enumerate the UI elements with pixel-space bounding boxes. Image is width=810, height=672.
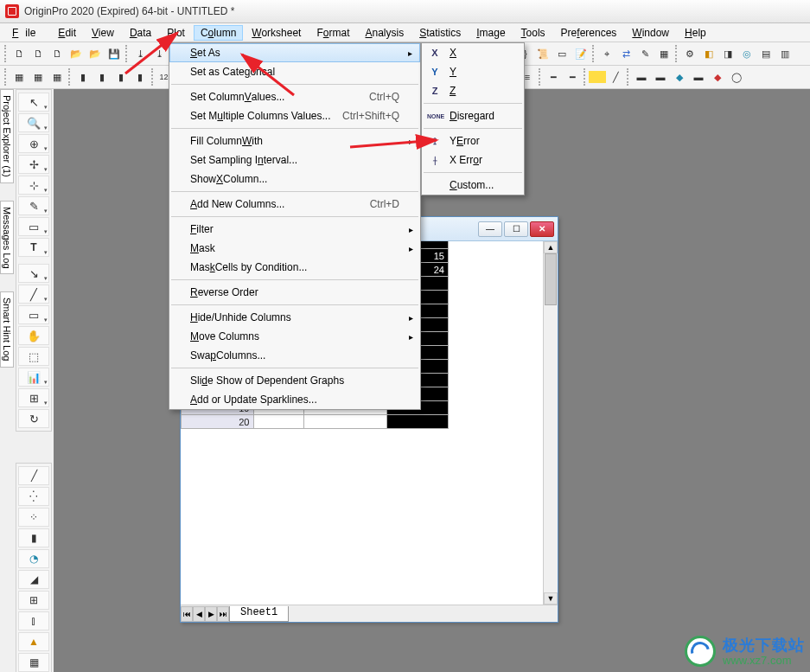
menu-hide[interactable]: Hide/Unhide Columns▸: [169, 308, 420, 327]
setas-custom[interactable]: Custom...: [422, 176, 524, 195]
menu-mask-cond[interactable]: Mask Cells by Condition...: [169, 258, 420, 277]
tb2-col4-icon[interactable]: ▮: [131, 67, 150, 86]
tb-palette2-icon[interactable]: ▥: [775, 44, 794, 63]
tb-notes-icon[interactable]: 📝: [571, 44, 590, 63]
menu-reverse[interactable]: Reverse Order: [169, 283, 420, 302]
menu-statistics[interactable]: Statistics: [412, 25, 468, 41]
tb2-sym1-icon[interactable]: ▬: [632, 67, 651, 86]
tb2-matrix-icon[interactable]: ▦: [29, 67, 48, 86]
tool-reader-icon[interactable]: ⊕▾: [18, 134, 49, 153]
tool2-linescat-icon[interactable]: ⁘: [18, 508, 49, 527]
tab-project-explorer[interactable]: Project Explorer (1): [0, 89, 14, 183]
menu-sparklines[interactable]: Add or Update Sparklines...: [169, 390, 420, 409]
tool-selector-icon[interactable]: ⊹▾: [18, 176, 49, 195]
tool2-line-icon[interactable]: ╱: [18, 466, 49, 485]
scroll-up-icon[interactable]: ▲: [544, 241, 558, 253]
tb2-sym3-icon[interactable]: ◆: [670, 67, 689, 86]
setas-x[interactable]: XX: [422, 43, 524, 62]
tb2-sym6-icon[interactable]: ◯: [727, 67, 746, 86]
tb2-width-icon[interactable]: ━: [563, 67, 582, 86]
setas-yerror[interactable]: ⟟Y Error: [422, 131, 524, 150]
menu-set-values[interactable]: Set Column Values...Ctrl+Q: [169, 87, 420, 106]
win-close-button[interactable]: ✕: [530, 221, 554, 237]
tool-rotate-icon[interactable]: ↻: [18, 409, 49, 428]
tb2-fill-icon[interactable]: [589, 71, 606, 83]
tool-mask-icon[interactable]: ▭▾: [18, 217, 49, 236]
setas-xerror[interactable]: ⟊X Error: [422, 150, 524, 170]
tool2-pie-icon[interactable]: ◔: [18, 549, 49, 568]
menu-filter[interactable]: Filter▸: [169, 220, 420, 239]
scroll-down-icon[interactable]: ▼: [544, 592, 558, 605]
tool2-tmpl-icon[interactable]: ▦: [18, 653, 49, 672]
tool2-box-icon[interactable]: ⊞: [18, 591, 49, 610]
tb2-sym5-icon[interactable]: ◆: [708, 67, 727, 86]
tb-cmd-icon[interactable]: ▭: [552, 44, 571, 63]
scroll-thumb[interactable]: [545, 253, 557, 305]
setas-z[interactable]: ZZ: [422, 81, 524, 100]
tb-transfer-icon[interactable]: ⇄: [616, 44, 635, 63]
menu-analysis[interactable]: Analysis: [358, 25, 411, 41]
tool-draw-icon[interactable]: ✎▾: [18, 196, 49, 215]
vertical-scrollbar[interactable]: ▲ ▼: [543, 241, 558, 605]
menu-mask[interactable]: Mask▸: [169, 239, 420, 258]
sheet-tab[interactable]: Sheet1: [229, 606, 289, 622]
menu-data[interactable]: Data: [123, 25, 158, 41]
tab-messages-log[interactable]: Messages Log: [0, 201, 14, 275]
tb-palette-icon[interactable]: ▤: [756, 44, 775, 63]
tb2-graph-icon[interactable]: ▦: [48, 67, 67, 86]
menu-format[interactable]: Format: [309, 25, 356, 41]
tool-zoom-icon[interactable]: 🔍▾: [18, 113, 49, 132]
tb2-wks-icon[interactable]: ▦: [10, 67, 29, 86]
tab-nav-prev-icon[interactable]: ◀: [193, 606, 205, 622]
tb-open-template-icon[interactable]: 📂: [86, 44, 105, 63]
tb-import-icon[interactable]: ⤓: [131, 44, 150, 63]
tool-text-icon[interactable]: T▾: [18, 238, 49, 257]
menu-swap[interactable]: Swap Columns...: [169, 346, 420, 365]
tb-new-project-icon[interactable]: 🗋: [10, 44, 29, 63]
tb-open-icon[interactable]: 📂: [67, 44, 86, 63]
menu-help[interactable]: Help: [678, 25, 713, 41]
menu-addcols[interactable]: Add New Columns...Ctrl+D: [169, 195, 420, 214]
menu-set-categorical[interactable]: Set as Categorical: [169, 62, 420, 81]
tool-pan-icon[interactable]: ✋: [18, 326, 49, 345]
tb-manage-icon[interactable]: ⚙: [680, 44, 699, 63]
tab-nav-first-icon[interactable]: ⏮: [181, 606, 193, 622]
menu-slideshow[interactable]: Slide Show of Dependent Graphs: [169, 371, 420, 390]
menu-column[interactable]: Column: [194, 25, 243, 41]
tb-new-matrix-icon[interactable]: 🗋: [48, 44, 67, 63]
tb2-sym4-icon[interactable]: ▬: [689, 67, 708, 86]
tool2-column-icon[interactable]: ▮: [18, 528, 49, 547]
tb2-col3-icon[interactable]: ▮: [112, 67, 131, 86]
setas-y[interactable]: YY: [422, 62, 524, 81]
tb-script-icon[interactable]: 📜: [533, 44, 552, 63]
tb-new-workbook-icon[interactable]: 🗋: [29, 44, 48, 63]
tab-nav-last-icon[interactable]: ⏭: [217, 606, 229, 622]
tool-insert-icon[interactable]: 📊▾: [18, 368, 49, 387]
tb-theme-icon[interactable]: ◨: [718, 44, 737, 63]
tool-rescale-icon[interactable]: ⊞▾: [18, 388, 49, 407]
menu-fill[interactable]: Fill Column With▸: [169, 131, 420, 150]
tb-colors-icon[interactable]: ◧: [699, 44, 718, 63]
setas-disregard[interactable]: NONEDisregard: [422, 106, 524, 125]
menu-tools[interactable]: Tools: [514, 25, 552, 41]
tb2-sym2-icon[interactable]: ▬: [651, 67, 670, 86]
tb-digitize-icon[interactable]: ⌖: [597, 44, 616, 63]
tool-rect-icon[interactable]: ▭▾: [18, 305, 49, 324]
menu-view[interactable]: View: [85, 25, 121, 41]
tool2-stats-icon[interactable]: ⫿: [18, 611, 49, 630]
tool-roi-icon[interactable]: ⬚: [18, 347, 49, 366]
menu-worksheet[interactable]: Worksheet: [245, 25, 308, 41]
menu-file[interactable]: File: [5, 25, 49, 41]
menu-image[interactable]: Image: [469, 25, 512, 41]
tool2-area-icon[interactable]: ◢: [18, 570, 49, 589]
tb-save-icon[interactable]: 💾: [105, 44, 124, 63]
tool-line-icon[interactable]: ╱▾: [18, 285, 49, 304]
menu-set-as[interactable]: Set As▸: [169, 43, 420, 62]
tb-3d-icon[interactable]: ◎: [737, 44, 756, 63]
menu-preferences[interactable]: Preferences: [554, 25, 624, 41]
menu-plot[interactable]: Plot: [160, 25, 192, 41]
tab-smart-hint[interactable]: Smart Hint Log: [0, 291, 14, 367]
menu-move[interactable]: Move Columns▸: [169, 327, 420, 346]
tool2-3d-icon[interactable]: ▲: [18, 632, 49, 651]
tb-import-multi-icon[interactable]: ⤓: [150, 44, 169, 63]
